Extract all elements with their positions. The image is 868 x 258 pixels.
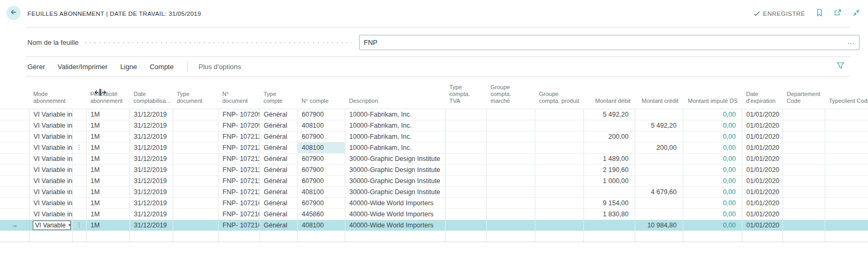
cell-date_compta[interactable]: 31/12/2019 <box>129 164 173 175</box>
cell-mode[interactable]: VI Variable in... <box>29 208 72 219</box>
row-indicator[interactable] <box>0 164 29 175</box>
cell-periodicite[interactable]: 1M <box>86 197 129 208</box>
column-header-typeclient[interactable]: Typeclient Code <box>825 77 868 109</box>
row-indicator[interactable] <box>0 231 29 242</box>
cell-typeclient[interactable] <box>825 109 868 120</box>
cell-mode[interactable]: VI Variable in... <box>29 120 72 131</box>
cell-typeclient[interactable] <box>825 197 868 208</box>
column-header-mode[interactable]: Mode abonnement <box>29 77 72 109</box>
cell-date_compta[interactable]: 31/12/2019 <box>129 197 173 208</box>
cell-marche[interactable] <box>486 175 535 186</box>
cell-date_exp[interactable]: 01/01/2020 <box>742 142 782 153</box>
cell-periodicite[interactable]: 1M <box>86 208 129 219</box>
column-header-periodicite[interactable]: Périodicité abonnement <box>86 77 129 109</box>
cell-description[interactable]: 30000-Graphic Design Institute <box>345 153 445 164</box>
cell-date_exp[interactable]: 01/01/2020 <box>742 219 782 231</box>
row-indicator[interactable] <box>0 153 29 164</box>
cell-no_compte[interactable]: 607900 <box>297 131 345 142</box>
cell-no_doc[interactable]: FNP- 107211 <box>218 175 259 186</box>
open-in-window-button[interactable] <box>834 8 842 19</box>
cell-typeclient[interactable] <box>825 219 868 231</box>
cell-mode[interactable]: VI Variable in... <box>29 186 72 197</box>
cell-periodicite[interactable]: 1M <box>86 186 129 197</box>
cell-marche[interactable] <box>486 219 535 231</box>
cell-impute[interactable]: 0,00 <box>683 186 742 197</box>
cell-mode[interactable]: VI Variable in... <box>29 175 72 186</box>
cell-tva[interactable] <box>445 164 486 175</box>
cell-date_exp[interactable]: 01/01/2020 <box>742 208 782 219</box>
cell-impute[interactable]: 0,00 <box>683 142 742 153</box>
cell-tva[interactable] <box>445 142 486 153</box>
cell-departement[interactable] <box>782 142 825 153</box>
cell-debit[interactable]: 9 154,00 <box>583 197 635 208</box>
column-header-type_compte[interactable]: Type compte <box>259 77 297 109</box>
cell-debit[interactable]: 2 190,60 <box>583 164 635 175</box>
cell-type_compte[interactable]: Général <box>259 142 297 153</box>
cell-debit[interactable]: 1 000,00 <box>583 175 635 186</box>
bookmark-button[interactable] <box>815 8 824 19</box>
cell-marche[interactable] <box>486 208 535 219</box>
cell-description[interactable]: 30000-Graphic Design Institute <box>345 175 445 186</box>
cell-debit[interactable]: 5 492,20 <box>583 109 635 120</box>
cell-debit[interactable] <box>583 186 635 197</box>
cell-description[interactable]: 30000-Graphic Design Institute <box>345 186 445 197</box>
column-header-impute[interactable]: Montant imputé DS <box>683 77 742 109</box>
cell-produit[interactable] <box>535 120 583 131</box>
row-options-button[interactable]: ⋮ <box>72 219 86 231</box>
cell-no_compte[interactable]: 607900 <box>297 175 345 186</box>
cell-debit[interactable] <box>583 219 635 231</box>
cell-impute[interactable]: 0,00 <box>683 131 742 142</box>
cell-debit[interactable] <box>583 120 635 131</box>
cell-produit[interactable] <box>535 153 583 164</box>
cell-description[interactable]: 10000-Fabrikam, Inc. <box>345 142 445 153</box>
cell-no_compte[interactable]: 607900 <box>297 109 345 120</box>
cell-type_compte[interactable]: Général <box>259 197 297 208</box>
cell-credit[interactable] <box>635 109 683 120</box>
row-indicator[interactable] <box>0 142 29 153</box>
assist-edit-button[interactable]: ... <box>847 37 855 45</box>
cell-marche[interactable] <box>486 120 535 131</box>
cell-credit[interactable] <box>635 197 683 208</box>
cell-date_exp[interactable]: 01/01/2020 <box>742 175 782 186</box>
cell-departement[interactable] <box>782 164 825 175</box>
menu-item-valider-imprimer[interactable]: Valider/Imprimer <box>58 63 107 71</box>
mode-abonnement-combobox[interactable]: VI Variable▼ <box>33 221 71 230</box>
cell-impute[interactable]: 0,00 <box>683 120 742 131</box>
cell-credit[interactable] <box>635 175 683 186</box>
cell-tva[interactable] <box>445 219 486 231</box>
cell-departement[interactable] <box>782 153 825 164</box>
cell-description[interactable]: 10000-Fabrikam, Inc. <box>345 109 445 120</box>
cell-typeclient[interactable] <box>825 208 868 219</box>
cell-marche[interactable] <box>486 186 535 197</box>
cell-typeclient[interactable] <box>825 153 868 164</box>
cell-description[interactable]: 30000-Graphic Design Institute <box>345 164 445 175</box>
column-header-no_compte[interactable]: N° compte <box>297 77 345 109</box>
row-indicator[interactable] <box>0 175 29 186</box>
row-indicator[interactable] <box>0 109 29 120</box>
column-header-tva[interactable]: Type compta. TVA <box>445 77 486 109</box>
cell-credit[interactable]: 4 679,60 <box>635 186 683 197</box>
cell-date_exp[interactable]: 01/01/2020 <box>742 131 782 142</box>
column-header-marche[interactable]: Groupe compta. marché <box>486 77 535 109</box>
cell-type_compte[interactable]: Général <box>259 175 297 186</box>
cell-produit[interactable] <box>535 109 583 120</box>
cell-tva[interactable] <box>445 186 486 197</box>
cell-produit[interactable] <box>535 208 583 219</box>
filter-button[interactable] <box>836 62 845 72</box>
cell-description[interactable]: 40000-Wide World Importers <box>345 197 445 208</box>
cell-no_compte[interactable]: 408100 <box>297 142 345 153</box>
cell-no_compte[interactable]: 408100 <box>297 186 345 197</box>
cell-description[interactable]: 40000-Wide World Importers <box>345 219 445 231</box>
cell-typeclient[interactable] <box>825 175 868 186</box>
cell-date_exp[interactable]: 01/01/2020 <box>742 186 782 197</box>
cell-periodicite[interactable]: 1M <box>86 153 129 164</box>
collapse-button[interactable] <box>852 8 861 19</box>
cell-departement[interactable] <box>782 208 825 219</box>
column-header-no_doc[interactable]: N° document <box>218 77 259 109</box>
cell-description[interactable]: 10000-Fabrikam, Inc. <box>345 120 445 131</box>
cell-credit[interactable] <box>635 153 683 164</box>
cell-impute[interactable]: 0,00 <box>683 109 742 120</box>
cell-type_doc[interactable] <box>173 131 218 142</box>
cell-description[interactable]: 40000-Wide World Importers <box>345 208 445 219</box>
column-header-departement[interactable]: Departement Code <box>782 77 825 109</box>
